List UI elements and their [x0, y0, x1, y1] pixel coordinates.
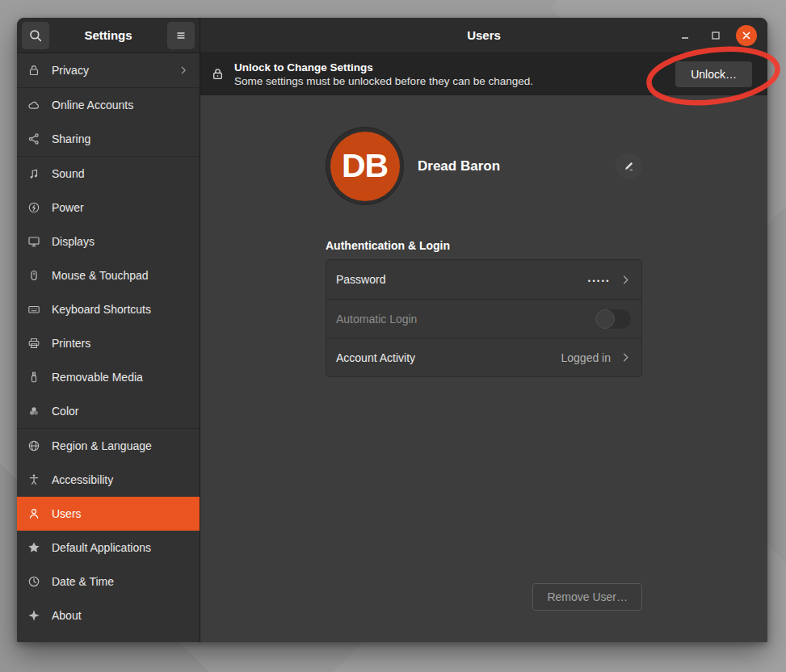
sidebar-item-label: Printers — [52, 337, 90, 350]
row-label: Account Activity — [336, 351, 415, 364]
minimize-button[interactable] — [675, 25, 696, 46]
chevron-right-icon — [620, 351, 632, 363]
automatic-login-toggle[interactable] — [595, 309, 632, 330]
sidebar-item-label: Sound — [52, 167, 84, 180]
sidebar-item-power[interactable]: Power — [17, 191, 200, 225]
user-profile-header: DB Dread Baron — [326, 127, 642, 205]
account-activity-value: Logged in — [561, 351, 611, 364]
sidebar-item-label: Displays — [52, 235, 95, 248]
sidebar-item-printers[interactable]: Printers — [17, 326, 200, 360]
maximize-button[interactable] — [705, 25, 726, 46]
sidebar-item-label: Online Accounts — [52, 99, 133, 111]
keyboard-icon — [27, 303, 40, 316]
sidebar-item-label: Color — [52, 405, 78, 418]
unlock-banner: Unlock to Change Settings Some settings … — [200, 53, 767, 95]
automatic-login-row: Automatic Login — [326, 299, 641, 338]
sidebar-item-label: Accessibility — [52, 473, 113, 486]
sidebar-item-default-applications[interactable]: Default Applications — [17, 531, 200, 565]
toggle-knob — [595, 309, 615, 329]
hamburger-menu-icon — [174, 29, 187, 42]
share-icon — [27, 132, 40, 145]
window-controls — [675, 18, 757, 52]
sparkle-icon — [27, 609, 40, 622]
avatar-ring: DB — [326, 127, 404, 205]
lock-icon — [211, 67, 225, 81]
sidebar-item-removable-media[interactable]: Removable Media — [17, 360, 200, 394]
row-label: Automatic Login — [336, 313, 417, 326]
authentication-list: Password ••••• Automatic Login — [326, 259, 642, 377]
sidebar-item-label: Region & Language — [52, 439, 152, 452]
sidebar-item-label: Privacy — [52, 64, 89, 77]
sidebar-item-keyboard-shortcuts[interactable]: Keyboard Shortcuts — [17, 292, 200, 326]
users-icon — [27, 507, 40, 520]
primary-menu-button[interactable] — [167, 22, 195, 49]
clock-icon — [27, 575, 40, 588]
search-icon — [28, 28, 43, 43]
user-details-column: DB Dread Baron Authentication & Login Pa… — [326, 127, 642, 611]
row-label: Password — [336, 273, 385, 286]
display-icon — [27, 235, 40, 248]
sidebar-item-sound[interactable]: Sound — [17, 157, 200, 191]
power-icon — [27, 201, 40, 214]
close-button[interactable] — [736, 25, 757, 46]
sidebar-item-label: Users — [52, 507, 82, 520]
password-row[interactable]: Password ••••• — [326, 260, 641, 299]
settings-sidebar: Privacy Online Accounts Sharing Sound — [17, 53, 200, 642]
minimize-icon — [679, 30, 691, 41]
remove-user-button[interactable]: Remove User… — [532, 583, 642, 611]
unlock-button[interactable]: Unlock… — [675, 61, 752, 87]
cloud-icon — [27, 99, 40, 111]
row-accessories: Logged in — [561, 351, 632, 364]
settings-window: Settings Users — [17, 18, 767, 642]
banner-subtitle: Some settings must be unlocked before th… — [234, 74, 533, 88]
row-accessories: ••••• — [588, 274, 632, 286]
sidebar-item-about[interactable]: About — [17, 598, 200, 632]
section-title-authentication: Authentication & Login — [326, 239, 642, 252]
account-activity-row[interactable]: Account Activity Logged in — [326, 338, 641, 376]
chevron-right-icon — [178, 65, 189, 76]
star-icon — [27, 541, 40, 554]
search-button[interactable] — [22, 22, 49, 49]
sidebar-item-label: Removable Media — [52, 371, 143, 384]
banner-text: Unlock to Change Settings Some settings … — [234, 61, 533, 88]
sidebar-item-date-time[interactable]: Date & Time — [17, 565, 200, 598]
user-full-name: Dread Baron — [418, 158, 500, 174]
music-note-icon — [27, 167, 40, 180]
banner-title: Unlock to Change Settings — [234, 61, 533, 74]
sidebar-item-label: Keyboard Shortcuts — [52, 303, 151, 316]
mouse-icon — [27, 269, 40, 282]
sidebar-item-label: Date & Time — [52, 575, 114, 588]
sidebar-item-online-accounts[interactable]: Online Accounts — [17, 88, 200, 122]
accessibility-icon — [27, 473, 40, 486]
sidebar-item-mouse-touchpad[interactable]: Mouse & Touchpad — [17, 258, 200, 292]
sidebar-item-region-language[interactable]: Region & Language — [17, 429, 200, 463]
remove-user-area: Remove User… — [326, 583, 642, 611]
maximize-icon — [710, 30, 721, 41]
close-icon — [742, 31, 751, 40]
globe-icon — [27, 439, 40, 452]
pencil-icon — [623, 160, 635, 172]
users-panel: Unlock to Change Settings Some settings … — [200, 53, 767, 642]
sidebar-item-sharing[interactable]: Sharing — [17, 122, 200, 156]
chevron-right-icon — [620, 274, 632, 286]
sidebar-headerbar: Settings — [17, 18, 200, 53]
usb-drive-icon — [27, 371, 40, 384]
password-value: ••••• — [588, 275, 611, 285]
sidebar-item-label: Default Applications — [52, 541, 151, 554]
edit-name-button[interactable] — [616, 153, 642, 179]
avatar: DB — [330, 132, 400, 201]
sidebar-item-displays[interactable]: Displays — [17, 225, 200, 258]
sidebar-item-color[interactable]: Color — [17, 394, 200, 428]
sidebar-item-label: About — [52, 609, 82, 622]
row-accessories — [595, 309, 632, 330]
printer-icon — [27, 337, 40, 350]
lock-icon — [27, 64, 40, 77]
sidebar-item-privacy[interactable]: Privacy — [17, 53, 200, 87]
sidebar-item-accessibility[interactable]: Accessibility — [17, 463, 200, 497]
sidebar-item-label: Power — [52, 201, 84, 214]
sidebar-item-label: Mouse & Touchpad — [52, 269, 149, 282]
sidebar-item-label: Sharing — [52, 132, 90, 145]
main-headerbar: Users — [200, 18, 767, 53]
color-profiles-icon — [27, 405, 40, 418]
sidebar-item-users[interactable]: Users — [17, 497, 200, 531]
